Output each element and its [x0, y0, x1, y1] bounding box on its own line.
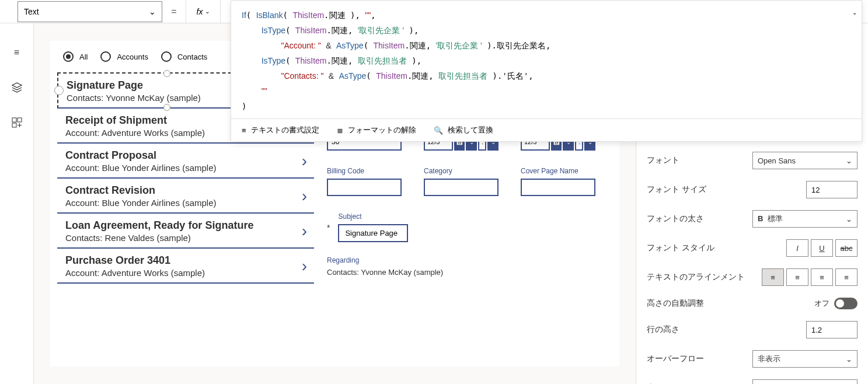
item-title: Purchase Order 3401	[65, 254, 205, 267]
align-right-button[interactable]: ≡	[811, 268, 833, 286]
subject-row: * SubjectSignature Page	[327, 212, 612, 242]
selection-handle[interactable]	[163, 70, 170, 77]
chevron-right-icon[interactable]: ›	[302, 257, 307, 275]
list-item[interactable]: Contract ProposalAccount: Blue Yonder Ai…	[57, 144, 314, 179]
svg-rect-2	[12, 123, 16, 127]
hamburger-icon[interactable]: ≡	[11, 47, 23, 58]
item-subtitle: Contacts: Yvonne McKay (sample)	[67, 93, 201, 103]
format-icon: ≡	[242, 126, 246, 135]
font-size-input[interactable]	[806, 181, 857, 198]
svg-rect-1	[18, 118, 22, 122]
field-label: Regarding	[327, 256, 612, 264]
remove-format-button[interactable]: ≣フォーマットの解除	[337, 125, 416, 135]
chevron-right-icon[interactable]: ›	[302, 187, 307, 205]
item-title: Receipt of Shipment	[65, 114, 205, 127]
field-label: Subject	[338, 212, 408, 221]
item-title: Signature Page	[67, 79, 201, 92]
item-title: Contract Revision	[65, 184, 216, 197]
field-label: Billing Code	[327, 167, 402, 175]
list-item[interactable]: Loan Agreement, Ready for SignatureConta…	[57, 214, 314, 249]
list-item[interactable]: Contract RevisionAccount: Blue Yonder Ai…	[57, 179, 314, 214]
left-rail: ≡	[0, 23, 34, 384]
align-center-button[interactable]: ≡	[786, 268, 808, 286]
align-left-button[interactable]: ≡	[762, 268, 784, 286]
chevron-down-icon: ⌄	[205, 8, 210, 15]
formula-editor-toolbar: ≡テキストの書式設定 ≣フォーマットの解除 🔍検索して置換	[231, 118, 862, 141]
prop-font-weight: フォントの太さB 標準⌄	[647, 210, 857, 228]
prop-font-size: フォント サイズ	[647, 181, 857, 198]
formula-editor[interactable]: If( IsBlank( ThisItem.関連 ), "", IsType( …	[231, 0, 862, 142]
item-title: Contract Proposal	[65, 149, 216, 162]
chevron-right-icon[interactable]: ›	[302, 152, 307, 170]
cover-input[interactable]	[521, 179, 595, 196]
prop-font: フォントOpen Sans⌄	[647, 152, 857, 169]
formula-text[interactable]: If( IsBlank( ThisItem.関連 ), "", IsType( …	[231, 1, 862, 118]
chevron-down-icon: ⌄	[149, 7, 156, 16]
field-label: Category	[424, 167, 499, 175]
underline-button[interactable]: U	[811, 239, 833, 257]
radio-accounts[interactable]: Accounts	[100, 51, 148, 62]
item-subtitle: Account: Adventure Works (sample)	[65, 128, 205, 138]
italic-button[interactable]: I	[786, 239, 808, 257]
strike-button[interactable]: abc	[835, 239, 857, 257]
billing-input[interactable]	[327, 179, 402, 196]
property-selector-value: Text	[24, 7, 39, 16]
chevron-down-icon: ⌄	[846, 215, 852, 224]
align-justify-button[interactable]: ≡	[835, 268, 857, 286]
list-item[interactable]: Purchase Order 3401Account: Adventure Wo…	[57, 249, 314, 284]
prop-align: テキストのアラインメント≡≡≡≡	[647, 268, 857, 286]
radio-all[interactable]: All	[63, 51, 88, 62]
format-text-button[interactable]: ≡テキストの書式設定	[242, 125, 319, 135]
regarding-value: Contacts: Yvonne McKay (sample)	[327, 268, 612, 277]
chevron-down-icon[interactable]: ⌄	[852, 5, 857, 20]
item-title: Loan Agreement, Ready for Signature	[65, 219, 253, 232]
chevron-down-icon: ⌄	[846, 355, 852, 364]
overflow-select[interactable]: 非表示⌄	[752, 350, 857, 368]
property-selector[interactable]: Text ⌄	[18, 1, 162, 22]
radio-contacts[interactable]: Contacts	[161, 51, 207, 62]
field-label: Cover Page Name	[521, 167, 595, 175]
item-subtitle: Account: Blue Yonder Airlines (sample)	[65, 198, 216, 208]
subject-input[interactable]: Signature Page	[338, 224, 408, 242]
find-replace-button[interactable]: 🔍検索して置換	[434, 125, 493, 135]
fx-button[interactable]: fx ⌄	[186, 0, 221, 23]
svg-rect-0	[12, 118, 16, 122]
chevron-right-icon[interactable]: ›	[302, 222, 307, 240]
radio-icon	[161, 51, 172, 62]
fx-icon: fx	[197, 7, 203, 16]
prop-autoheight: 高さの自動調整オフ	[647, 298, 857, 309]
search-icon: 🔍	[434, 126, 443, 135]
regarding-row: Regarding Contacts: Yvonne McKay (sample…	[327, 256, 612, 277]
layers-icon[interactable]	[11, 82, 23, 93]
item-subtitle: Contacts: Rene Valdes (sample)	[65, 233, 253, 243]
equals-sign: =	[162, 6, 186, 17]
font-select[interactable]: Open Sans⌄	[752, 152, 857, 169]
category-input[interactable]	[424, 179, 499, 196]
clear-format-icon: ≣	[337, 126, 343, 135]
insert-icon[interactable]	[11, 117, 23, 128]
display-mode-select[interactable]: 編集⌄	[752, 379, 857, 384]
item-subtitle: Account: Blue Yonder Airlines (sample)	[65, 163, 216, 173]
autoheight-toggle[interactable]	[834, 298, 857, 309]
radio-icon	[63, 51, 74, 62]
prop-lineheight: 行の高さ	[647, 321, 857, 338]
prop-font-style: フォント スタイルIUabc	[647, 239, 857, 257]
prop-overflow: オーバーフロー非表示⌄	[647, 350, 857, 368]
chevron-down-icon: ⌄	[846, 156, 852, 165]
radio-icon	[100, 51, 111, 62]
lineheight-input[interactable]	[806, 321, 857, 338]
font-weight-select[interactable]: B 標準⌄	[752, 210, 857, 228]
item-subtitle: Account: Adventure Works (sample)	[65, 268, 205, 278]
prop-display-mode: 表示モード編集⌄	[647, 379, 857, 384]
required-icon: *	[327, 223, 330, 232]
